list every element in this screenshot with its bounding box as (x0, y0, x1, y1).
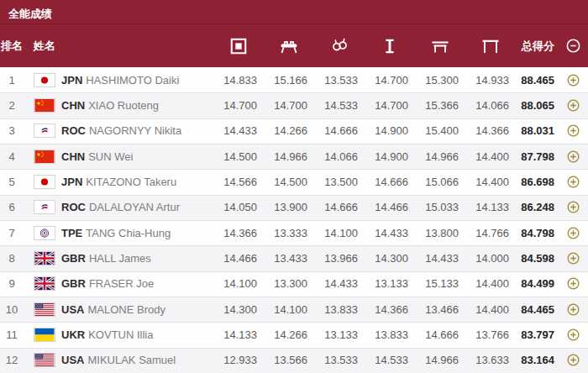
athlete-name: HALL James (89, 252, 151, 265)
country-code: CHN (61, 150, 85, 163)
athlete-name: HASHIMOTO Daiki (86, 74, 179, 87)
athlete-cell: USAMIKULAK Samuel (24, 353, 213, 367)
score-value: 14.400 (465, 176, 516, 188)
score-value: 13.333 (264, 227, 314, 239)
expand-button[interactable] (565, 149, 581, 165)
score-value: 14.366 (465, 124, 516, 137)
athlete-cell: ROCNAGORNYY Nikita (24, 123, 213, 138)
athlete-cell: GBRHALL James (24, 251, 213, 265)
score-value: 14.133 (213, 328, 264, 341)
table-row[interactable]: 3ROCNAGORNYY Nikita14.43314.26614.66614.… (0, 118, 588, 144)
action-cell (558, 169, 588, 194)
score-value: 13.633 (465, 354, 516, 366)
usa-flag (34, 302, 55, 317)
action-cell (558, 348, 588, 373)
score-value: 15.166 (264, 74, 314, 87)
score-value: 13.966 (314, 252, 365, 265)
athlete-name: XIAO Ruoteng (88, 99, 159, 112)
expand-button[interactable] (565, 327, 581, 343)
score-value: 14.666 (314, 201, 365, 213)
expand-button[interactable] (565, 72, 581, 88)
total-score: 86.248 (516, 201, 558, 213)
athlete-cell: JPNHASHIMOTO Daiki (24, 73, 213, 87)
roc-flag (34, 200, 55, 214)
table-row[interactable]: 8GBRHALL James14.46613.43313.96614.30014… (0, 245, 588, 271)
score-value: 15.066 (415, 176, 465, 188)
expand-button[interactable] (565, 250, 581, 266)
score-value: 13.766 (465, 328, 516, 341)
total-score: 88.065 (516, 99, 558, 112)
table-row[interactable]: 11UKRKOVTUN Illia14.13314.26613.13313.83… (0, 322, 588, 347)
score-value: 13.566 (264, 354, 314, 366)
score-value: 14.100 (314, 227, 365, 239)
parallel-bars-icon[interactable] (415, 36, 465, 56)
table-row[interactable]: 12USAMIKULAK Samuel12.93313.56613.53314.… (0, 348, 588, 373)
athlete-cell: UKRKOVTUN Illia (24, 328, 213, 342)
expand-button[interactable] (565, 225, 581, 241)
score-value: 13.466 (415, 303, 465, 316)
score-value: 14.100 (213, 277, 264, 290)
rank-column-header: 排名 (0, 39, 24, 54)
score-value: 15.033 (415, 201, 465, 213)
table-row[interactable]: 5JPNKITAZONO Takeru14.56614.50013.50014.… (0, 169, 588, 194)
pommel-horse-icon[interactable] (264, 36, 314, 56)
score-value: 14.900 (365, 150, 415, 163)
expand-button[interactable] (565, 174, 581, 190)
expand-button[interactable] (565, 97, 581, 113)
score-value: 14.566 (213, 176, 264, 188)
table-header: 排名 姓名 总得分 (0, 24, 588, 67)
total-score: 88.031 (516, 124, 558, 137)
score-value: 15.300 (415, 74, 465, 87)
score-value: 14.133 (465, 201, 516, 213)
score-value: 13.833 (365, 328, 415, 341)
action-cell (558, 220, 588, 245)
gbr-flag (34, 251, 55, 265)
vault-icon[interactable] (365, 37, 415, 55)
score-value: 14.900 (365, 124, 415, 137)
athlete-cell: CHNSUN Wei (24, 150, 213, 164)
expand-button[interactable] (565, 123, 581, 139)
score-value: 15.366 (415, 99, 465, 112)
total-column-header: 总得分 (516, 39, 558, 54)
expand-button[interactable] (565, 276, 581, 292)
score-value: 14.533 (365, 354, 415, 366)
score-value: 14.433 (213, 124, 264, 137)
athlete-cell: ROCDALALOYAN Artur (24, 200, 213, 214)
total-score: 83.164 (516, 354, 558, 366)
minus-circle-icon[interactable] (564, 37, 582, 55)
table-row[interactable]: 2CHNXIAO Ruoteng14.70014.70014.53314.700… (0, 92, 588, 118)
table-row[interactable]: 7TPETANG Chia-Hung14.36613.33314.10014.4… (0, 220, 588, 245)
score-value: 14.966 (415, 150, 465, 163)
table-row[interactable]: 6ROCDALALOYAN Artur14.05013.90014.66614.… (0, 195, 588, 220)
score-value: 14.066 (314, 150, 365, 163)
rank-value: 9 (0, 277, 24, 290)
athlete-name: SUN Wei (88, 150, 133, 163)
total-score: 84.465 (516, 303, 558, 316)
score-value: 14.500 (264, 176, 314, 188)
table-row[interactable]: 9GBRFRASER Joe14.10013.30014.43313.13315… (0, 271, 588, 297)
horizontal-bar-icon[interactable] (465, 36, 516, 56)
table-row[interactable]: 4CHNSUN Wei14.50014.96614.06614.90014.96… (0, 144, 588, 169)
score-value: 15.400 (415, 124, 465, 137)
score-value: 14.933 (465, 74, 516, 87)
rings-icon[interactable] (314, 36, 365, 56)
expand-button[interactable] (565, 352, 581, 368)
expand-button[interactable] (565, 302, 581, 318)
athlete-name: KITAZONO Takeru (86, 176, 176, 188)
table-row[interactable]: 10USAMALONE Brody14.30014.10013.83314.36… (0, 297, 588, 322)
usa-flag (34, 353, 55, 367)
score-value: 14.066 (465, 99, 516, 112)
expand-button[interactable] (565, 199, 581, 215)
score-value: 14.966 (264, 150, 314, 163)
table-row[interactable]: 1JPNHASHIMOTO Daiki14.83315.16613.53314.… (0, 67, 588, 92)
athlete-cell: USAMALONE Brody (24, 302, 213, 317)
country-code: USA (61, 354, 84, 366)
action-cell (558, 92, 588, 118)
score-value: 14.400 (465, 150, 516, 163)
score-value: 13.433 (264, 252, 314, 265)
floor-icon[interactable] (213, 37, 264, 55)
score-value: 15.133 (415, 277, 465, 290)
score-value: 14.833 (213, 74, 264, 87)
score-value: 14.700 (264, 99, 314, 112)
score-value: 12.933 (213, 354, 264, 366)
